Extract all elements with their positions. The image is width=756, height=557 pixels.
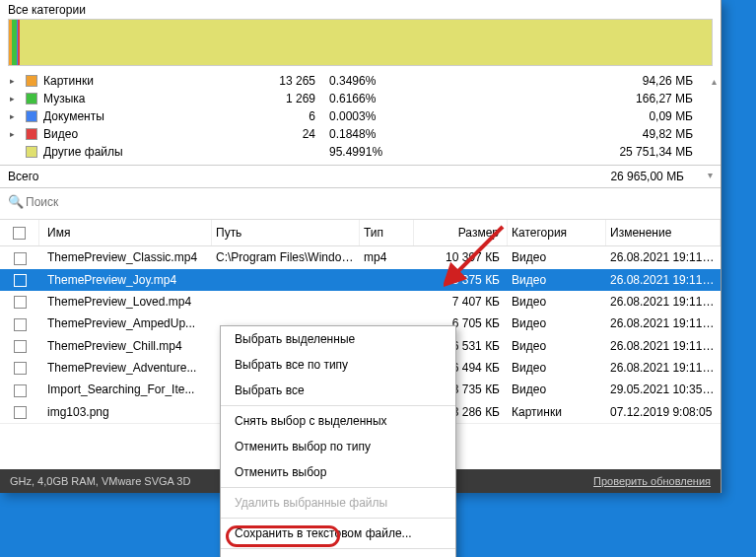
cell-path: C:\Program Files\Windows... [212,248,360,266]
col-date[interactable]: Изменение [606,220,721,245]
menu-separator [221,548,455,549]
search-icon: 🔍 [8,194,24,209]
size-bar [8,19,713,66]
cell-date: 26.08.2021 19:11:39 [606,359,721,377]
category-percent: 0.1848% [329,127,408,141]
color-swatch [26,93,37,104]
all-categories-label: Все категории [0,0,721,19]
cell-size: 10 397 КБ [414,248,508,266]
category-count: 24 [270,127,329,141]
category-count: 1 269 [270,92,329,105]
cell-category: Видео [508,271,606,289]
category-row[interactable]: Другие файлы95.4991%25 751,34 МБ [0,143,721,161]
cell-category: Видео [508,293,606,311]
col-type[interactable]: Тип [360,220,414,245]
row-checkbox[interactable] [0,314,39,332]
menu-separator [221,518,455,519]
cell-name: Import_Searching_For_Ite... [39,381,212,398]
menu-item[interactable]: Отменить выбор по типу [221,434,455,459]
category-percent: 0.6166% [329,92,408,105]
cell-category: Картинки [508,403,606,421]
category-name: Документы [43,109,270,123]
row-checkbox[interactable] [0,271,39,289]
category-size: 166,27 МБ [408,92,713,105]
category-size: 94,26 МБ [408,74,713,88]
col-name[interactable]: Имя [39,220,212,245]
cell-name: ThemePreview_AmpedUp... [39,314,212,332]
category-row[interactable]: ▸Документы60.0003%0,09 МБ [0,107,721,125]
table-row[interactable]: ThemePreview_Joy.mp48 375 КБВидео26.08.2… [0,269,721,291]
category-row[interactable]: ▸Картинки13 2650.3496%94,26 МБ▴ [0,72,721,90]
cell-name: img103.png [39,403,212,421]
cell-category: Видео [508,337,606,355]
menu-separator [221,405,455,406]
total-size: 26 965,00 МБ [610,170,704,183]
menu-item[interactable]: Открыть папку [221,551,455,557]
category-name: Другие файлы [43,145,270,159]
search-bar[interactable]: 🔍 [0,188,721,215]
status-left: GHz, 4,0GB RAM, VMware SVGA 3D [10,475,190,487]
row-checkbox[interactable] [0,403,39,421]
bar-seg-other [20,20,712,65]
menu-item[interactable]: Отменить выбор [221,459,455,485]
col-category[interactable]: Категория [508,220,606,245]
cell-path [212,278,360,282]
context-menu[interactable]: Выбрать выделенныеВыбрать все по типуВыб… [220,325,456,557]
search-input[interactable] [26,195,713,209]
row-checkbox[interactable] [0,337,39,355]
category-name: Видео [43,127,270,141]
cell-date: 26.08.2021 19:11:44 [606,293,721,311]
expand-icon[interactable]: ▸ [10,111,15,121]
expand-icon[interactable]: ▸ [10,94,15,104]
cell-type [360,300,414,304]
cell-name: ThemePreview_Loved.mp4 [39,293,212,311]
cell-name: ThemePreview_Joy.mp4 [39,271,212,289]
check-updates-link[interactable]: Проверить обновления [593,475,711,487]
menu-item[interactable]: Выбрать выделенные [221,326,455,352]
cell-name: ThemePreview_Adventure... [39,359,212,377]
row-checkbox[interactable] [0,293,39,311]
cell-date: 26.08.2021 19:11:43 [606,271,721,289]
category-percent: 95.4991% [329,145,408,159]
expand-icon[interactable]: ▸ [10,129,15,139]
category-percent: 0.0003% [329,109,408,123]
category-name: Музыка [43,92,270,105]
row-checkbox[interactable] [0,381,39,398]
category-count: 6 [270,109,329,123]
cell-date: 26.08.2021 19:11:41 [606,337,721,355]
scroll-up-icon[interactable]: ▴ [712,76,717,87]
table-row[interactable]: ThemePreview_Classic.mp4C:\Program Files… [0,246,721,268]
cell-category: Видео [508,381,606,398]
cell-category: Видео [508,248,606,266]
total-label: Всего [8,170,610,183]
menu-item[interactable]: Снять выбор с выделенных [221,408,455,434]
category-size: 0,09 МБ [408,109,713,123]
row-checkbox[interactable] [0,359,39,377]
col-size[interactable]: Размер [414,220,508,245]
cell-category: Видео [508,359,606,377]
cell-date: 07.12.2019 9:08:05 [606,403,721,421]
cell-type [360,278,414,282]
color-swatch [26,75,37,87]
category-row[interactable]: ▸Видео240.1848%49,82 МБ [0,125,721,143]
col-path[interactable]: Путь [212,220,360,245]
category-row[interactable]: ▸Музыка1 2690.6166%166,27 МБ [0,90,721,107]
scroll-down-icon[interactable]: ▾ [704,170,713,183]
table-row[interactable]: ThemePreview_Loved.mp47 407 КБВидео26.08… [0,291,721,313]
menu-item[interactable]: Сохранить в текстовом файле... [221,521,455,546]
menu-separator [221,487,455,488]
row-checkbox[interactable] [0,248,39,266]
cell-date: 26.08.2021 19:11:10 [606,314,721,332]
category-size: 49,82 МБ [408,127,713,141]
color-swatch [26,110,37,122]
cell-name: ThemePreview_Chill.mp4 [39,337,212,355]
col-check[interactable] [0,220,39,245]
category-percent: 0.3496% [329,74,408,88]
total-row: Всего 26 965,00 МБ ▾ [0,165,721,188]
menu-item[interactable]: Выбрать все [221,378,455,403]
color-swatch [26,128,37,140]
menu-item[interactable]: Выбрать все по типу [221,352,455,378]
expand-icon[interactable]: ▸ [10,76,15,86]
menu-item: Удалить выбранные файлы [221,490,455,516]
cell-path [212,300,360,304]
